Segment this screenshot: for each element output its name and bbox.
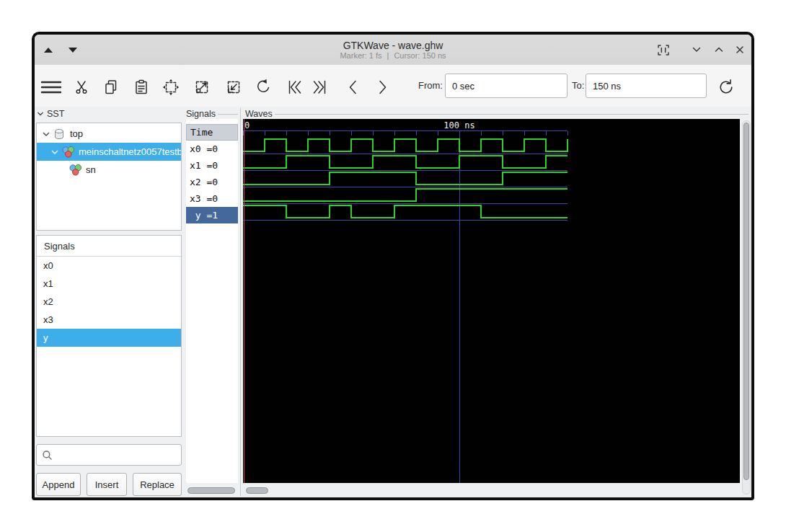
signal-list-item-x1[interactable]: x1 [37, 275, 181, 293]
window-status: Marker: 1 fs | Cursor: 150 ns [340, 51, 446, 61]
minimize-button[interactable] [686, 35, 707, 65]
insert-button[interactable]: Insert [87, 473, 127, 496]
skip-to-start-icon [285, 78, 304, 97]
fit-window-icon [657, 44, 670, 56]
tree-row-top[interactable]: top [37, 125, 181, 143]
waveform-area[interactable]: 0100 ns [243, 119, 740, 483]
values-panel-header: Signals [186, 108, 238, 120]
menu-button[interactable] [40, 76, 62, 98]
waves-horizontal-scrollbar[interactable] [243, 487, 740, 495]
value-row-x3[interactable]: x3 =0 [186, 190, 238, 207]
undo-button[interactable] [252, 76, 274, 98]
append-button[interactable]: Append [36, 473, 81, 496]
tree-label: top [70, 128, 83, 139]
frame-line [218, 114, 238, 115]
waves-panel-header: Waves [245, 108, 749, 120]
signal-list-panel: Signals x0 x1 x2 x3 y [36, 235, 182, 437]
close-icon [734, 44, 746, 56]
previous-edge-icon [344, 78, 363, 97]
cut-button[interactable] [71, 76, 93, 98]
undo-icon [254, 78, 273, 97]
titlebar-down-button[interactable] [62, 35, 84, 65]
maximize-button[interactable] [708, 35, 730, 65]
zoom-in-icon [193, 78, 211, 97]
waves-header-label: Waves [245, 109, 273, 119]
status-separator: | [387, 51, 389, 61]
up-arrow-icon [44, 48, 53, 53]
gtkwave-window: GTKWave - wave.ghw Marker: 1 fs | Cursor… [32, 32, 754, 500]
svg-text:100 ns: 100 ns [443, 120, 474, 130]
chevron-up-icon [713, 44, 725, 56]
skip-to-end-button[interactable] [309, 76, 331, 98]
replace-button[interactable]: Replace [133, 473, 182, 496]
value-row-y[interactable]: y =1 [186, 207, 238, 223]
values-header-label: Signals [186, 109, 216, 119]
scrollbar-thumb[interactable] [246, 487, 268, 494]
to-label: To: [572, 80, 584, 91]
cursor-status: Cursor: 150 ns [394, 51, 446, 61]
time-header-cell[interactable]: Time [186, 124, 238, 141]
waves-vertical-scrollbar[interactable] [742, 120, 751, 495]
instance-icon [61, 146, 76, 159]
signal-list-item-y[interactable]: y [37, 329, 181, 347]
value-row-x1[interactable]: x1 =0 [186, 157, 238, 174]
collapse-chevron-icon[interactable] [36, 110, 45, 118]
values-panel: Time x0 =0 x1 =0 x2 =0 x3 =0 y =1 [186, 119, 238, 483]
from-input[interactable]: 0 sec [445, 74, 568, 98]
down-arrow-icon [69, 48, 77, 53]
chevron-down-icon [691, 44, 702, 56]
previous-edge-button[interactable] [343, 76, 364, 98]
expander-icon[interactable] [50, 147, 60, 157]
next-edge-icon [373, 78, 392, 97]
cut-icon [73, 78, 92, 97]
value-row-x2[interactable]: x2 =0 [186, 174, 238, 190]
signal-list-item-x2[interactable]: x2 [37, 293, 181, 311]
next-edge-button[interactable] [371, 76, 393, 98]
scrollbar-thumb[interactable] [743, 123, 749, 480]
copy-button[interactable] [100, 76, 122, 98]
waveform-canvas[interactable]: 0100 ns [243, 119, 740, 483]
tree-row-sn[interactable]: sn [37, 161, 181, 179]
zoom-out-icon [224, 78, 243, 97]
signal-list-item-x0[interactable]: x0 [37, 257, 181, 275]
values-horizontal-scrollbar[interactable] [186, 487, 238, 495]
pane-splitter[interactable] [240, 108, 241, 496]
reload-button[interactable] [715, 76, 737, 98]
frame-line [275, 114, 749, 115]
signal-list-item-x3[interactable]: x3 [37, 311, 181, 329]
sst-tree-panel: top meinschaltnetz0057testb [36, 123, 182, 231]
expander-icon[interactable] [41, 129, 51, 139]
desktop: GTKWave - wave.ghw Marker: 1 fs | Cursor… [0, 0, 786, 532]
reload-icon [716, 77, 736, 97]
tree-row-testbench[interactable]: meinschaltnetz0057testb [37, 143, 181, 161]
scrollbar-thumb[interactable] [187, 487, 235, 494]
menu-icon [40, 78, 62, 97]
zoom-out-button[interactable] [223, 76, 244, 98]
titlebar[interactable]: GTKWave - wave.ghw Marker: 1 fs | Cursor… [35, 35, 751, 66]
to-input[interactable]: 150 ns [586, 74, 707, 98]
value-row-x0[interactable]: x0 =0 [186, 141, 238, 157]
from-value: 0 sec [452, 81, 474, 92]
paste-button[interactable] [131, 76, 152, 98]
module-icon [53, 128, 67, 141]
zoom-fit-button[interactable] [160, 76, 182, 98]
tree-label: sn [86, 164, 96, 175]
toolbar: From: 0 sec To: 150 ns [35, 65, 751, 107]
sst-header-label: SST [47, 109, 64, 119]
signal-search-input[interactable] [36, 444, 182, 466]
to-value: 150 ns [593, 81, 621, 92]
search-icon [42, 450, 53, 461]
close-button[interactable] [729, 35, 751, 65]
sst-header: SST [36, 108, 182, 120]
paste-icon [132, 78, 151, 97]
skip-to-start-button[interactable] [283, 76, 305, 98]
from-label: From: [418, 80, 443, 91]
titlebar-up-button[interactable] [37, 35, 59, 65]
marker-status: Marker: 1 fs [340, 51, 381, 61]
window-title: GTKWave - wave.ghw [343, 40, 443, 51]
svg-text:0: 0 [244, 120, 250, 130]
instance-icon [69, 164, 83, 177]
fit-window-button[interactable] [653, 35, 674, 65]
copy-icon [102, 78, 120, 97]
zoom-in-button[interactable] [191, 76, 213, 98]
